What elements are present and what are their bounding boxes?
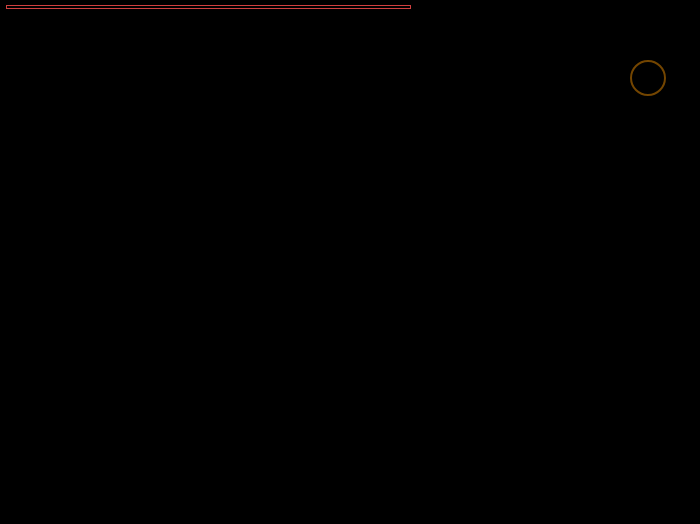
highlighted-log-config[interactable] <box>6 5 411 9</box>
mysqld-safe-header[interactable] <box>6 24 694 56</box>
vim-status-bar <box>6 504 694 520</box>
blank-line <box>6 56 694 70</box>
blank-line <box>6 10 694 24</box>
